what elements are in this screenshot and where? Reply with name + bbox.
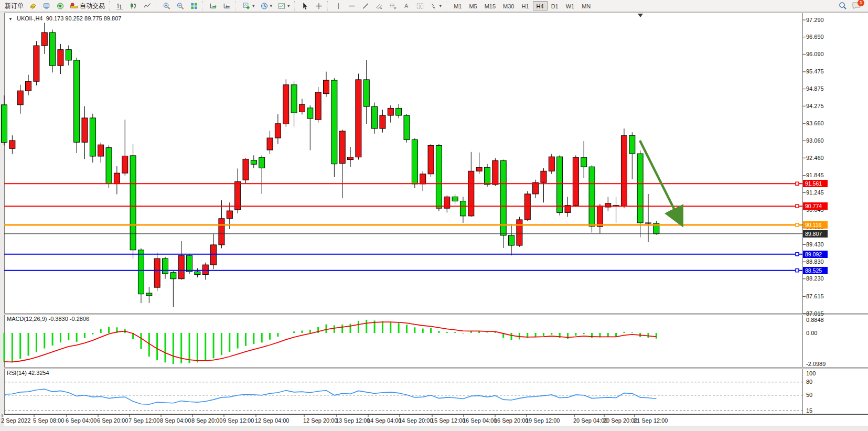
candle-body: [122, 156, 128, 173]
macd-signal-value: -0.2806: [70, 316, 89, 322]
price-tag: 90.116: [803, 221, 828, 229]
time-label: 5 Sep 08:00: [33, 417, 64, 424]
time-label: 9 Sep 12:00: [223, 417, 254, 424]
annotation-arrow: [640, 141, 681, 222]
time-label: 16 Sep 04:00: [463, 417, 497, 424]
level-handle[interactable]: [796, 253, 799, 256]
time-label: 20 Sep 04:00: [573, 417, 607, 424]
rsi-panel-graphics: [4, 382, 802, 411]
candle-body: [549, 157, 554, 171]
candle-body: [637, 154, 643, 223]
price-tick-label: 93.060: [806, 137, 824, 144]
candle-body: [283, 85, 289, 124]
candle-body: [66, 50, 71, 60]
rsi-label: RSI(14) 42.3254: [7, 370, 49, 376]
macd-axis-label: 0.00: [806, 330, 817, 336]
candle-body: [517, 220, 522, 245]
level-handle[interactable]: [796, 182, 799, 185]
candle-body: [331, 80, 337, 164]
candle-body: [243, 159, 249, 180]
chart-header: ▼ UKOil-,H4 90.173 90.252 89.775 89.807: [8, 15, 121, 21]
price-tick-label: 91.245: [806, 189, 824, 196]
price-tick-label: 88.230: [806, 275, 824, 282]
candle-body: [428, 145, 434, 174]
rsi-axis-label: 50: [806, 392, 812, 398]
candle-body: [621, 136, 627, 206]
candle-body: [315, 92, 321, 120]
time-label: 7 Sep 12:00: [128, 417, 159, 424]
candle-body: [154, 258, 160, 287]
candle-body: [227, 211, 232, 219]
candle-body: [202, 265, 208, 275]
candle-body: [138, 250, 144, 294]
candle-body: [404, 115, 410, 139]
chevron-down-icon[interactable]: ▼: [8, 17, 13, 21]
chart-ohlc-values: 90.173 90.252 89.775 89.807: [46, 15, 122, 21]
candle-body: [324, 80, 329, 94]
macd-axis-label: -2.0989: [806, 361, 826, 367]
time-label: 14 Sep 04:00: [367, 417, 401, 424]
candle-body: [589, 167, 595, 226]
candle-body: [348, 157, 353, 160]
candle-body: [356, 80, 361, 157]
time-label: 21 Sep 12:00: [634, 417, 668, 424]
rsi-name: RSI(14): [7, 370, 27, 376]
time-label: 15 Sep 12:00: [431, 417, 465, 424]
chart-canvas[interactable]: [0, 0, 868, 431]
macd-signal-line: [4, 322, 656, 362]
candle-body: [114, 173, 120, 184]
candle-body: [251, 160, 256, 165]
time-label: 6 Sep 04:00: [66, 417, 97, 424]
level-handle[interactable]: [796, 204, 799, 208]
candle-body: [363, 80, 369, 106]
candle-body: [82, 118, 88, 142]
candle-body: [339, 131, 345, 164]
rsi-axis-label: 15: [806, 407, 812, 414]
candlestick-series: [2, 23, 659, 307]
candle-body: [533, 182, 539, 194]
down-arrow-annotation[interactable]: [640, 141, 681, 222]
price-tag: 89.092: [803, 251, 828, 258]
chart-symbol-label: UKOil-,H4: [17, 15, 43, 21]
candle-body: [396, 108, 402, 115]
candle-body: [195, 272, 200, 274]
candle-body: [557, 157, 563, 212]
candle-body: [163, 258, 168, 274]
candle-body: [509, 235, 515, 245]
price-tick-label: 95.475: [806, 68, 824, 74]
price-tick-label: 96.090: [806, 51, 824, 57]
time-label: 12 Sep 04:00: [255, 417, 289, 424]
candle-body: [9, 141, 15, 148]
candle-body: [74, 60, 80, 142]
candle-body: [17, 91, 23, 105]
time-label: 12 Sep 20:00: [303, 417, 337, 424]
time-label: 13 Sep 12:00: [336, 417, 370, 424]
candle-body: [307, 108, 313, 118]
level-handle[interactable]: [796, 269, 799, 272]
candle-body: [597, 206, 603, 227]
price-tag: 90.774: [803, 202, 828, 210]
candle-body: [211, 245, 217, 265]
candle-body: [388, 108, 393, 115]
candle-body: [41, 33, 47, 46]
rsi-axis-label: 80: [806, 379, 812, 385]
candle-body: [219, 219, 224, 245]
rsi-line: [4, 389, 656, 404]
candle-body: [573, 157, 578, 206]
price-tag: 88.525: [803, 267, 828, 274]
candle-body: [2, 105, 7, 143]
candle-body: [485, 167, 490, 185]
candle-body: [26, 81, 31, 91]
candle-body: [130, 156, 136, 250]
chart-shift-marker[interactable]: [638, 14, 643, 17]
candle-body: [581, 157, 587, 167]
price-tick-label: 94.875: [806, 85, 824, 92]
candle-body: [106, 148, 112, 184]
candle-body: [420, 174, 426, 184]
time-label: 19 Sep 12:00: [526, 417, 560, 424]
level-handle[interactable]: [796, 223, 799, 227]
price-tick-label: 87.015: [806, 310, 824, 317]
macd-name: MACD(12,26,9): [7, 316, 47, 322]
candle-body: [299, 104, 305, 112]
price-tick-label: 94.275: [806, 103, 824, 109]
